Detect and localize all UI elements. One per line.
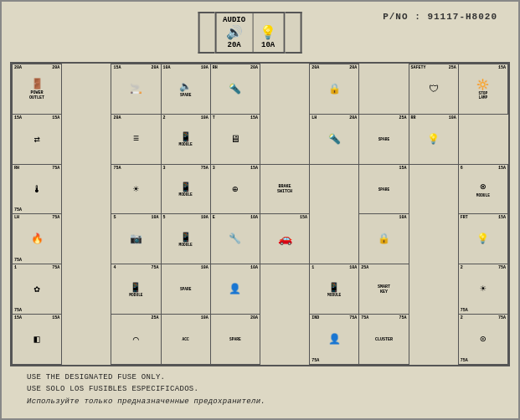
left-bracket <box>198 12 214 54</box>
fuse-cell-empty <box>62 264 111 315</box>
fuse-cell: 10A 🔈 SPARE 10A <box>161 64 210 115</box>
fuse-cell-empty <box>260 264 309 315</box>
fuse-cell: 3 ⊕ 15A <box>210 164 260 214</box>
fuse-cell: SPARE 20A <box>210 315 260 365</box>
fuse-cell-empty <box>62 214 111 264</box>
fuse-cell: IND 👤 75A 75A <box>310 315 359 365</box>
person2-icon: 👤 <box>310 333 358 346</box>
fuse-cell-empty <box>62 164 111 214</box>
cluster-label: CLUSTER <box>359 337 408 342</box>
cigarette-icon: 🚬 <box>111 83 160 95</box>
fuse-cell: 6 ⊗ MODULE 15A <box>458 164 507 214</box>
stop-lamp-icon: 🔆 <box>459 79 507 91</box>
fuse-cell-empty <box>310 164 359 214</box>
engine-icon: 🔧 <box>211 233 260 245</box>
light-amp: 10A <box>261 41 275 49</box>
fuse-cell-empty <box>359 64 409 115</box>
abs-icon: ⊕ <box>211 183 260 196</box>
fuse-cell: ⌒ 25A <box>111 315 161 365</box>
rr-icon: 💡 <box>409 133 458 146</box>
wiper-icon: ⌒ <box>111 333 160 346</box>
fuse-cell: 20A 🔒 20A <box>310 64 359 115</box>
fuse-cell: 1 📱 MODULE 10A <box>310 264 359 315</box>
mirror-icon: ◧ <box>13 333 61 346</box>
fuse-cell-empty <box>62 114 111 164</box>
fuse-cell: RR 💡 10A <box>409 114 458 164</box>
fuse-cell: 75A ☀ <box>111 164 161 214</box>
fuse-cell-empty <box>260 315 309 365</box>
headlight-lh-icon: 🔦 <box>310 133 358 146</box>
fuse-cell: 4 📱 MODULE 75A <box>111 264 161 315</box>
fuse-cell-cluster: CLUSTER 75A 75A <box>359 315 409 365</box>
fuse-cell-empty <box>310 214 359 264</box>
sun2-icon: ☀ <box>459 283 507 295</box>
fuse-cell-empty <box>409 214 458 264</box>
module5-icon: 📱 <box>162 232 210 243</box>
fuse-cell: LH 🔥 75A 75A <box>13 214 62 264</box>
fuse-cell: 15A ⇄ 15A <box>13 114 62 164</box>
fuse-cell-empty <box>260 114 309 164</box>
main-fuse-area: 20A 🚪 POWEROUTLET 20A 15A 🚬 20A 10A 🔈 SP… <box>10 62 510 366</box>
hvac-icon: 🌡 <box>13 183 61 196</box>
fuse-cell: T 🖥 15A <box>210 114 260 164</box>
light-fuse: 💡 10A <box>253 13 283 52</box>
fuse-row-1: 20A 🚪 POWEROUTLET 20A 15A 🚬 20A 10A 🔈 SP… <box>13 64 508 115</box>
rear-defroster-icon: ≡ <box>111 133 160 145</box>
fuse-row-2: 15A ⇄ 15A 20A ≡ 2 📱 MODULE 10A T 🖥 <box>13 114 508 164</box>
fuse-cell: SAFETY 🛡 25A <box>409 64 458 115</box>
fuse-table: 20A 🚪 POWEROUTLET 20A 15A 🚬 20A 10A 🔈 SP… <box>12 64 508 365</box>
audio-amp: 20A <box>227 41 240 49</box>
fuse-cell: 15A 🚬 20A <box>111 64 161 115</box>
instruction-line-1: USE THE DESIGNATED FUSE ONLY. <box>27 371 493 383</box>
seatbelt-icon: 🔒 <box>310 83 358 95</box>
fuse-cell: LH 🔦 20A <box>310 114 359 164</box>
fuse-cell: SPARE 10A <box>161 264 210 315</box>
fuse-row-3: RH 🌡 75A 75A 75A ☀ 3 📱 MODULE 75A 3 <box>13 164 508 214</box>
car-door-icon: 🚪 <box>13 78 61 90</box>
instruction-line-2: USE SOLO LOS FUSIBLES ESPECIFICADOS. <box>27 383 493 395</box>
headlight-rh-icon: 🔦 <box>211 83 260 95</box>
audio-label: AUDIO <box>223 16 245 24</box>
fuse-cell: 1 ✿ 75A 75A <box>13 264 62 315</box>
fuse-cell: 🔒 10A <box>359 214 409 264</box>
fuse-cell-empty <box>409 264 458 315</box>
fuse-cell: S 10A 📷 <box>111 214 161 264</box>
fuse-cell: 🔆 STOPLAMP 15A <box>458 64 507 115</box>
car-icon: 🚗 <box>260 232 309 246</box>
fuse-cell: 2 ⊙ 75A 75A <box>458 315 507 365</box>
right-bracket <box>285 12 301 54</box>
cam-icon: 📷 <box>111 233 160 245</box>
fuse-cell: E 🔧 10A <box>210 214 260 264</box>
fuse-cell: 2 ☀ 75A 75A <box>458 264 507 315</box>
person-icon: 👤 <box>211 283 260 295</box>
fuse-cell-empty <box>62 64 111 115</box>
speaker-icon: 🔈 <box>162 80 210 93</box>
fuse-cell: 👤 10A <box>210 264 260 315</box>
fuse-cell: RH 🔦 20A <box>210 64 260 115</box>
module1-icon: 📱 <box>310 282 358 293</box>
fuse-row-4: LH 🔥 75A 75A S 10A 📷 5 📱 MODULE 10A <box>13 214 508 264</box>
fuse-cell: 20A ≡ <box>111 114 161 164</box>
audio-fuse: AUDIO 🔊 20A <box>216 13 253 52</box>
light-icon: 💡 <box>260 24 276 41</box>
fuse-cell-car: 🚗 15A <box>260 214 309 264</box>
seat-heat-icon: 🔥 <box>13 233 61 245</box>
frt-icon: 💡 <box>459 233 507 245</box>
fuse-cell: 2 📱 MODULE 10A <box>161 114 210 164</box>
fuse-diagram-container: P/NO : 91117-H8020 AUDIO 🔊 20A 💡 10A <box>0 0 520 420</box>
module4-icon: 📱 <box>111 282 160 293</box>
fuse-cell-smart-key: SMARTKEY 25A <box>359 264 409 315</box>
fuse-cell: SPARE 25A <box>359 114 409 164</box>
audio-icon: 🔊 <box>226 24 243 41</box>
arrow-icon: ⇄ <box>13 133 61 146</box>
module2-icon: 📱 <box>162 131 210 142</box>
fuse-cell: 15A ◧ 15A <box>13 315 62 365</box>
fuse-cell: 20A 🚪 POWEROUTLET 20A <box>13 64 62 115</box>
fuse-cell-empty <box>62 315 111 365</box>
sun-icon: ☀ <box>111 183 160 196</box>
fuse-cell: ACC 10A <box>161 315 210 365</box>
gauge-icon: ⊗ <box>459 181 507 193</box>
fuse-row-5: 1 ✿ 75A 75A 4 📱 MODULE 75A SPARE 10A <box>13 264 508 315</box>
fuse-cell: FRT 💡 15A <box>458 214 507 264</box>
fuse-cell: RH 🌡 75A 75A <box>13 164 62 214</box>
